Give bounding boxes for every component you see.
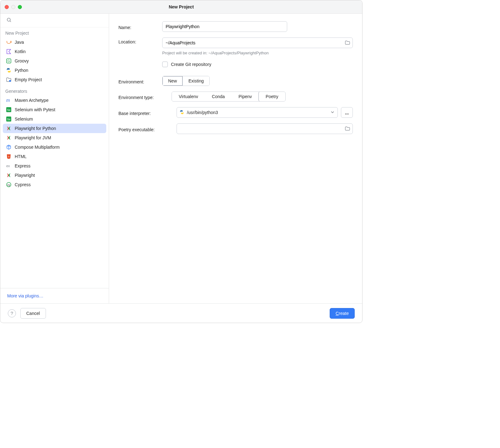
svg-text:Se: Se — [7, 108, 10, 112]
search-icon — [7, 17, 12, 23]
playwright-icon — [6, 126, 12, 131]
sidebar-item-label: Empty Project — [15, 77, 42, 82]
poetry-input[interactable] — [177, 123, 353, 134]
poetry-label: Poetry executable: — [118, 125, 177, 132]
git-label: Create Git repository — [171, 62, 211, 67]
sidebar-item-label: Java — [15, 40, 24, 45]
chevron-down-icon — [331, 110, 334, 115]
sidebar-item-selenium[interactable]: Se Selenium — [3, 114, 106, 124]
env-type-poetry[interactable]: Poetry — [258, 92, 285, 102]
env-existing-button[interactable]: Existing — [182, 76, 209, 86]
sidebar-footer: More via plugins… — [0, 288, 109, 303]
main: New Project Java Kotlin G Groovy Python … — [0, 14, 362, 303]
sidebar-item-playwright[interactable]: Playwright — [3, 171, 106, 180]
sidebar: New Project Java Kotlin G Groovy Python … — [0, 14, 109, 303]
sidebar-item-playwright-jvm[interactable]: Playwright for JVM — [3, 133, 106, 142]
sidebar-item-playwright-python[interactable]: Playwright for Python — [3, 124, 106, 133]
search-area[interactable] — [0, 14, 109, 27]
environment-segment: New Existing — [162, 76, 210, 86]
svg-text:Se: Se — [7, 118, 10, 121]
sidebar-item-label: Groovy — [15, 58, 29, 63]
selenium-icon: Se — [6, 116, 12, 122]
sidebar-item-express[interactable]: ex Express — [3, 161, 106, 171]
content: Name: Location: Project will be created … — [109, 14, 362, 303]
sidebar-item-empty[interactable]: Empty Project — [3, 75, 106, 84]
svg-text:cy: cy — [8, 183, 11, 187]
sidebar-item-python[interactable]: Python — [3, 66, 106, 75]
env-type-conda[interactable]: Conda — [205, 92, 232, 101]
sidebar-item-cypress[interactable]: cy Cypress — [3, 180, 106, 189]
interp-value: /usr/bin/python3 — [187, 110, 218, 115]
svg-point-3 — [9, 80, 11, 82]
sidebar-item-label: Kotlin — [15, 49, 26, 54]
groovy-icon: G — [6, 58, 12, 64]
sidebar-item-compose[interactable]: Compose Multiplatform — [3, 142, 106, 152]
cancel-button[interactable]: Cancel — [20, 308, 46, 319]
env-type-virtualenv[interactable]: Virtualenv — [172, 92, 205, 101]
create-button[interactable]: Create — [330, 308, 355, 319]
svg-point-0 — [7, 18, 10, 21]
maven-icon: m — [6, 97, 12, 103]
sidebar-item-label: HTML — [15, 154, 27, 159]
playwright-icon — [6, 135, 12, 141]
more-via-plugins-link[interactable]: More via plugins… — [7, 293, 43, 298]
selenium-icon: Se — [6, 107, 12, 112]
svg-text:ex: ex — [6, 164, 10, 168]
svg-text:m: m — [6, 98, 10, 103]
interp-browse-button[interactable]: ... — [341, 107, 353, 118]
group-new-project-label: New Project — [3, 29, 106, 37]
browse-folder-icon[interactable] — [345, 40, 350, 46]
sidebar-item-maven[interactable]: m Maven Archetype — [3, 96, 106, 105]
sidebar-list: New Project Java Kotlin G Groovy Python … — [0, 27, 109, 288]
sidebar-item-label: Playwright — [15, 173, 35, 178]
location-hint: Project will be created in: ~/AquaProjec… — [162, 51, 353, 55]
playwright-icon — [6, 172, 12, 178]
env-type-pipenv[interactable]: Pipenv — [232, 92, 259, 101]
interp-label: Base interpreter: — [118, 109, 177, 116]
git-checkbox[interactable] — [162, 62, 168, 67]
window-title: New Project — [0, 4, 362, 9]
env-type-segment: Virtualenv Conda Pipenv Poetry — [172, 92, 286, 102]
python-icon — [179, 110, 184, 116]
python-icon — [6, 67, 12, 73]
help-button[interactable]: ? — [8, 309, 16, 317]
sidebar-item-label: Compose Multiplatform — [15, 145, 60, 150]
titlebar: New Project — [0, 0, 362, 14]
env-new-button[interactable]: New — [162, 76, 182, 86]
location-label: Location: — [118, 37, 162, 44]
environment-label: Environment: — [118, 77, 162, 84]
compose-icon — [6, 144, 12, 150]
svg-text:5: 5 — [8, 155, 10, 158]
sidebar-item-label: Python — [15, 68, 28, 73]
sidebar-item-html[interactable]: 5 HTML — [3, 152, 106, 161]
sidebar-item-label: Playwright for Python — [15, 126, 56, 131]
sidebar-item-label: Maven Archetype — [15, 98, 48, 103]
empty-project-icon — [6, 77, 12, 82]
sidebar-item-label: Cypress — [15, 182, 31, 187]
name-label: Name: — [118, 23, 162, 30]
sidebar-item-groovy[interactable]: G Groovy — [3, 56, 106, 66]
sidebar-item-selenium-pytest[interactable]: Se Selenium with Pytest — [3, 105, 106, 114]
sidebar-item-label: Express — [15, 163, 31, 168]
footer: ? Cancel Create — [0, 303, 362, 323]
html-icon: 5 — [6, 154, 12, 159]
group-generators-label: Generators — [3, 87, 106, 96]
name-input[interactable] — [162, 21, 287, 32]
sidebar-item-java[interactable]: Java — [3, 37, 106, 47]
express-icon: ex — [6, 163, 12, 169]
cypress-icon: cy — [6, 182, 12, 187]
sidebar-item-kotlin[interactable]: Kotlin — [3, 47, 106, 56]
java-icon — [6, 39, 12, 45]
create-label-rest: reate — [339, 311, 349, 316]
sidebar-item-label: Playwright for JVM — [15, 135, 51, 140]
kotlin-icon — [6, 49, 12, 54]
interp-select[interactable]: /usr/bin/python3 — [177, 107, 338, 118]
svg-text:G: G — [8, 59, 10, 63]
location-input[interactable] — [162, 37, 353, 48]
sidebar-item-label: Selenium — [15, 117, 33, 122]
browse-folder-icon[interactable] — [345, 126, 350, 132]
env-type-label: Environment type: — [118, 93, 172, 100]
sidebar-item-label: Selenium with Pytest — [15, 107, 55, 112]
